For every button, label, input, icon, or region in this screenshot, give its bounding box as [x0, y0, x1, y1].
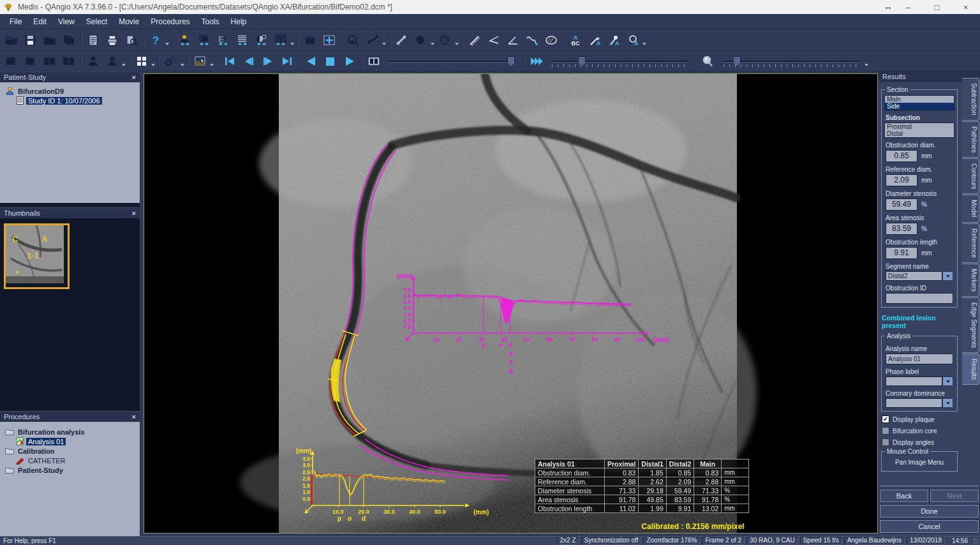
procedures-tree-label[interactable]: CATHETER [26, 457, 67, 465]
play-button[interactable] [340, 52, 359, 70]
zoom-slider-dropdown-icon[interactable] [865, 64, 868, 66]
close-button[interactable]: × [951, 0, 980, 14]
print-button[interactable] [103, 31, 122, 49]
save-button[interactable] [21, 31, 40, 49]
obstruction-id-field[interactable] [886, 293, 953, 304]
mouse-control-value[interactable]: Pan Image Menu [884, 457, 954, 468]
menu-edit[interactable]: Edit [27, 15, 52, 28]
layout-button[interactable] [320, 31, 339, 49]
resize-grip[interactable] [973, 538, 979, 544]
viewport-layout-button[interactable] [132, 52, 151, 70]
done-button[interactable]: Done [880, 505, 979, 518]
subsection-option[interactable]: Distal [885, 130, 954, 137]
close-study-button[interactable] [40, 31, 59, 49]
view-2x1-button[interactable] [40, 52, 59, 70]
report-button[interactable] [84, 31, 103, 49]
menu-view[interactable]: View [52, 15, 80, 28]
area-measure-button[interactable] [542, 31, 561, 49]
procedures-tree-label[interactable]: Calibration [16, 447, 56, 455]
segment-name-combo[interactable]: Distal2 [886, 271, 953, 281]
menu-help[interactable]: Help [225, 15, 253, 28]
biplane-analysis-button-dropdown-icon[interactable] [455, 43, 459, 45]
image-tools-button-dropdown-icon[interactable] [210, 64, 214, 66]
select-list-button[interactable] [233, 31, 252, 49]
thumbnails-close-icon[interactable]: × [132, 209, 136, 217]
help-button-dropdown-icon[interactable] [165, 43, 169, 45]
distance-measure-button[interactable] [465, 31, 484, 49]
back-button[interactable]: Back [880, 489, 928, 502]
coronary-dominance-dropdown-icon[interactable] [942, 398, 953, 408]
thumbnail-item[interactable]: CA1-1* [4, 223, 70, 289]
cancel-button[interactable]: Cancel [880, 520, 979, 533]
first-frame-button[interactable] [220, 52, 239, 70]
view-2x2-button[interactable] [59, 52, 78, 70]
patient-study-close-icon[interactable]: × [132, 73, 136, 81]
frame-position-slider-thumb[interactable] [507, 56, 515, 66]
checkbox-display-angles[interactable]: Display angles [882, 438, 957, 446]
phase-combo[interactable] [886, 377, 953, 386]
ventricle-analysis-button[interactable] [412, 31, 431, 49]
calibration-button[interactable] [344, 31, 363, 49]
patient-tree-item[interactable]: Study ID 1: 10/07/2006 [0, 96, 140, 105]
view-1x2-button[interactable] [21, 52, 40, 70]
section-option[interactable]: Main [885, 96, 954, 103]
coronary-dominance-combo[interactable] [886, 398, 953, 408]
vessel-analysis-button[interactable] [363, 31, 382, 49]
menu-movie[interactable]: Movie [113, 15, 145, 28]
patient-list-button-dropdown-icon[interactable] [122, 64, 126, 66]
arrow-annotation-button[interactable]: A [585, 31, 604, 49]
select-patient-button[interactable] [175, 31, 195, 49]
menu-select[interactable]: Select [80, 15, 113, 28]
checkbox-bifurcation-core[interactable]: Bifurcation core [882, 427, 957, 435]
segment-name-dropdown-icon[interactable] [942, 271, 953, 281]
export-button[interactable] [59, 31, 78, 49]
menu-file[interactable]: File [4, 15, 27, 28]
patient-tree-item[interactable]: BifurcationD9 [0, 86, 140, 96]
phase-dropdown-icon[interactable] [942, 377, 953, 386]
tab-markers[interactable]: Markers [962, 264, 979, 297]
angle-measure-button[interactable] [484, 31, 503, 49]
patient-tree-label[interactable]: BifurcationD9 [16, 87, 66, 95]
circle-annotation-button-dropdown-icon[interactable] [642, 43, 646, 45]
analysis-name-field[interactable]: Analysis 01 [886, 354, 953, 364]
procedures-tree-item[interactable]: Patient-Study [0, 465, 140, 475]
last-frame-button[interactable] [278, 52, 297, 70]
new-window-button[interactable] [301, 31, 320, 49]
procedures-tree-label[interactable]: Patient-Study [16, 467, 65, 474]
menu-tools[interactable]: Tools [196, 15, 225, 28]
circle-annotation-button[interactable]: A [623, 31, 642, 49]
tab-model[interactable]: Model [962, 195, 979, 222]
marker-annotation-button[interactable]: A [604, 31, 623, 49]
ecg-select-button[interactable] [271, 31, 290, 49]
procedures-tree-label[interactable]: Analysis 01 [26, 438, 66, 445]
procedures-tree-item[interactable]: Calibration [0, 446, 140, 456]
play-reverse-button[interactable] [302, 52, 321, 70]
ventricle-analysis-button-dropdown-icon[interactable] [431, 43, 434, 45]
next-frame-button[interactable] [258, 52, 278, 70]
segment-analysis-button[interactable] [392, 31, 412, 49]
minimize-button[interactable]: – [894, 0, 923, 14]
zoom-slider[interactable] [722, 56, 859, 67]
tab-contours[interactable]: Contours [962, 158, 979, 195]
checkbox-icon[interactable]: ✔ [882, 415, 889, 423]
maximize-button[interactable]: □ [923, 0, 951, 14]
ecg-select-button-dropdown-icon[interactable] [290, 43, 294, 45]
patient-info-button[interactable] [84, 52, 103, 70]
link-views-button[interactable] [161, 52, 181, 70]
procedures-tree-label[interactable]: Bifurcation analysis [16, 428, 87, 436]
frame-position-slider[interactable] [389, 56, 516, 67]
window-level-button[interactable] [252, 31, 271, 49]
play-speed-icon[interactable] [526, 52, 546, 70]
frame-position-icon[interactable] [364, 52, 383, 70]
patient-list-button[interactable] [103, 52, 122, 70]
image-tools-button[interactable] [191, 52, 210, 70]
checkbox-icon[interactable] [882, 427, 889, 435]
help-button[interactable]: ? [146, 31, 165, 49]
procedures-tree-item[interactable]: Analysis 01 [0, 437, 140, 446]
tab-results[interactable]: Results [962, 354, 979, 385]
previous-frame-button[interactable] [239, 52, 258, 70]
biplane-analysis-button[interactable] [436, 31, 455, 49]
viewport-layout-button-dropdown-icon[interactable] [151, 64, 155, 66]
polyline-measure-button[interactable] [523, 31, 542, 49]
procedures-tree-item[interactable]: CATHETER [0, 456, 140, 465]
